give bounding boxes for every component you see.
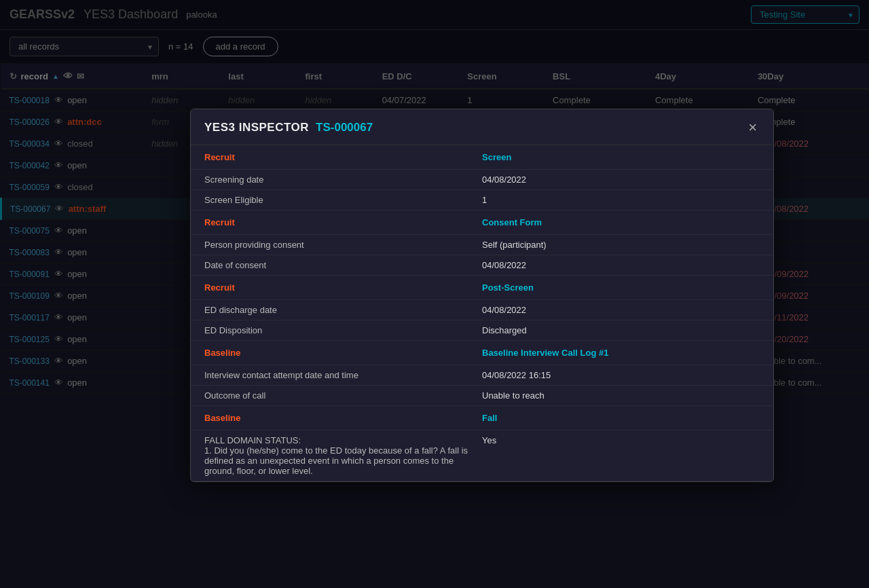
modal-close-button[interactable]: × [745, 120, 760, 135]
modal-app-title: YES3 INSPECTOR [204, 121, 309, 134]
modal-row-value: Unable to reach [482, 390, 760, 401]
modal-row-label: Screen Eligible [204, 195, 482, 205]
modal-data-row: Person providing consentSelf (participan… [191, 234, 773, 255]
modal-row-value: 04/08/2022 [482, 305, 760, 315]
section-left-label: Baseline [204, 413, 482, 423]
section-left-label: Baseline [204, 348, 482, 358]
modal-section: BaselineFallFALL DOMAIN STATUS: 1. Did y… [191, 406, 773, 481]
modal-data-row: ED discharge date04/08/2022 [191, 299, 773, 320]
modal-row-value: 04/08/2022 16:15 [482, 370, 760, 380]
modal-row-value: Discharged [482, 325, 760, 335]
modal-section-header: RecruitScreen [191, 145, 773, 169]
modal-section-header: BaselineBaseline Interview Call Log #1 [191, 341, 773, 365]
modal-row-value: 04/08/2022 [482, 260, 760, 270]
section-left-label: Recruit [204, 152, 482, 162]
modal-data-row: Screen Eligible1 [191, 189, 773, 210]
modal-section: RecruitConsent FormPerson providing cons… [191, 210, 773, 276]
modal-section: BaselineBaseline Interview Call Log #1In… [191, 341, 773, 406]
section-left-label: Recruit [204, 217, 482, 227]
modal-row-value: Self (participant) [482, 240, 760, 250]
modal-row-label: ED discharge date [204, 305, 482, 315]
modal-row-label: Interview contact attempt date and time [204, 370, 482, 380]
modal-data-row: FALL DOMAIN STATUS: 1. Did you (he/she) … [191, 430, 773, 481]
modal-row-value: 04/08/2022 [482, 174, 760, 185]
section-right-label: Screen [482, 152, 760, 162]
section-right-label: Fall [482, 413, 760, 423]
modal-record-id: TS-000067 [316, 121, 373, 134]
modal-data-row: Screening date04/08/2022 [191, 169, 773, 189]
modal-section: RecruitPost-ScreenED discharge date04/08… [191, 276, 773, 341]
modal-row-label: Person providing consent [204, 240, 482, 250]
modal-overlay: YES3 INSPECTOR TS-000067 × RecruitScreen… [0, 0, 869, 588]
section-right-label: Baseline Interview Call Log #1 [482, 348, 760, 358]
modal-section-header: BaselineFall [191, 406, 773, 430]
modal-header: YES3 INSPECTOR TS-000067 × [191, 109, 773, 145]
modal-section-header: RecruitPost-Screen [191, 276, 773, 299]
modal-section: RecruitScreenScreening date04/08/2022Scr… [191, 145, 773, 210]
inspector-modal: YES3 INSPECTOR TS-000067 × RecruitScreen… [190, 109, 774, 482]
modal-row-label: Date of consent [204, 260, 482, 270]
modal-data-row: ED DispositionDischarged [191, 320, 773, 340]
modal-row-label: FALL DOMAIN STATUS: 1. Did you (he/she) … [204, 435, 482, 476]
modal-data-row: Interview contact attempt date and time0… [191, 365, 773, 385]
modal-body: RecruitScreenScreening date04/08/2022Scr… [191, 145, 773, 481]
modal-row-label: Screening date [204, 174, 482, 185]
modal-data-row: Outcome of callUnable to reach [191, 385, 773, 405]
modal-data-row: Date of consent04/08/2022 [191, 255, 773, 275]
modal-row-value: 1 [482, 195, 760, 205]
section-right-label: Consent Form [482, 217, 760, 227]
modal-row-value: Yes [482, 435, 760, 476]
modal-section-header: RecruitConsent Form [191, 210, 773, 234]
section-right-label: Post-Screen [482, 282, 760, 293]
modal-row-label: Outcome of call [204, 390, 482, 401]
section-left-label: Recruit [204, 282, 482, 293]
modal-row-label: ED Disposition [204, 325, 482, 335]
